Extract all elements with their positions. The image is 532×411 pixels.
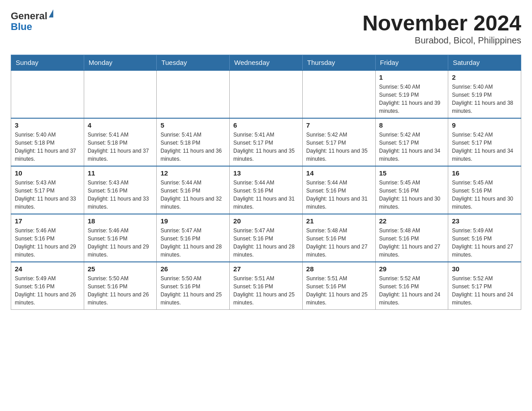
day-number: 3 [15,121,80,129]
calendar-day-header: Thursday [302,55,375,71]
logo-triangle-icon [49,9,53,17]
day-info: Sunrise: 5:43 AM Sunset: 5:16 PM Dayligh… [88,179,153,211]
month-title: November 2024 [362,11,521,35]
day-number: 27 [233,265,299,273]
calendar-day-header: Sunday [11,55,84,71]
day-number: 21 [306,217,372,225]
day-number: 6 [233,121,299,129]
day-info: Sunrise: 5:51 AM Sunset: 5:16 PM Dayligh… [233,274,299,307]
day-number: 12 [160,169,226,177]
calendar-day-cell: 10Sunrise: 5:43 AM Sunset: 5:17 PM Dayli… [11,166,84,214]
day-info: Sunrise: 5:43 AM Sunset: 5:17 PM Dayligh… [15,179,80,211]
calendar-day-cell: 29Sunrise: 5:52 AM Sunset: 5:16 PM Dayli… [375,262,448,310]
day-info: Sunrise: 5:49 AM Sunset: 5:16 PM Dayligh… [452,227,517,259]
day-number: 7 [306,121,372,129]
day-number: 22 [379,217,445,225]
day-info: Sunrise: 5:49 AM Sunset: 5:16 PM Dayligh… [15,274,80,307]
day-info: Sunrise: 5:50 AM Sunset: 5:16 PM Dayligh… [160,274,226,307]
day-number: 25 [88,265,153,273]
day-number: 4 [88,121,153,129]
calendar-table: SundayMondayTuesdayWednesdayThursdayFrid… [11,55,521,310]
day-number: 14 [306,169,372,177]
calendar-day-cell: 15Sunrise: 5:45 AM Sunset: 5:16 PM Dayli… [375,166,448,214]
calendar-day-cell: 14Sunrise: 5:44 AM Sunset: 5:16 PM Dayli… [302,166,375,214]
calendar-week-row: 3Sunrise: 5:40 AM Sunset: 5:18 PM Daylig… [11,118,521,166]
calendar-day-header: Saturday [448,55,521,71]
day-info: Sunrise: 5:47 AM Sunset: 5:16 PM Dayligh… [160,227,226,259]
calendar-day-cell: 19Sunrise: 5:47 AM Sunset: 5:16 PM Dayli… [157,214,230,262]
calendar-day-cell: 17Sunrise: 5:46 AM Sunset: 5:16 PM Dayli… [11,214,84,262]
day-info: Sunrise: 5:51 AM Sunset: 5:16 PM Dayligh… [306,274,372,307]
day-info: Sunrise: 5:46 AM Sunset: 5:16 PM Dayligh… [88,227,153,259]
location-title: Burabod, Bicol, Philippines [362,35,521,46]
day-number: 24 [15,265,80,273]
day-number: 2 [452,73,517,81]
calendar-day-cell: 20Sunrise: 5:47 AM Sunset: 5:16 PM Dayli… [230,214,303,262]
day-number: 13 [233,169,299,177]
calendar-day-cell [230,70,303,118]
day-number: 10 [15,169,80,177]
calendar-day-cell: 13Sunrise: 5:44 AM Sunset: 5:16 PM Dayli… [230,166,303,214]
calendar-day-cell: 7Sunrise: 5:42 AM Sunset: 5:17 PM Daylig… [302,118,375,166]
day-number: 30 [452,265,517,273]
day-info: Sunrise: 5:41 AM Sunset: 5:17 PM Dayligh… [233,131,299,163]
day-number: 11 [88,169,153,177]
day-info: Sunrise: 5:42 AM Sunset: 5:17 PM Dayligh… [306,131,372,163]
calendar-day-cell: 2Sunrise: 5:40 AM Sunset: 5:19 PM Daylig… [448,70,521,118]
calendar-day-cell: 30Sunrise: 5:52 AM Sunset: 5:17 PM Dayli… [448,262,521,310]
calendar-day-cell: 12Sunrise: 5:44 AM Sunset: 5:16 PM Dayli… [157,166,230,214]
day-info: Sunrise: 5:44 AM Sunset: 5:16 PM Dayligh… [160,179,226,211]
calendar-week-row: 1Sunrise: 5:40 AM Sunset: 5:19 PM Daylig… [11,70,521,118]
day-number: 17 [15,217,80,225]
day-info: Sunrise: 5:40 AM Sunset: 5:19 PM Dayligh… [379,83,445,115]
calendar-day-header: Tuesday [157,55,230,71]
day-number: 18 [88,217,153,225]
calendar-day-cell: 16Sunrise: 5:45 AM Sunset: 5:16 PM Dayli… [448,166,521,214]
calendar-day-cell: 8Sunrise: 5:42 AM Sunset: 5:17 PM Daylig… [375,118,448,166]
calendar-day-header: Monday [84,55,157,71]
calendar-day-cell: 24Sunrise: 5:49 AM Sunset: 5:16 PM Dayli… [11,262,84,310]
day-info: Sunrise: 5:47 AM Sunset: 5:16 PM Dayligh… [233,227,299,259]
day-number: 28 [306,265,372,273]
calendar-day-cell: 28Sunrise: 5:51 AM Sunset: 5:16 PM Dayli… [302,262,375,310]
calendar-day-cell [11,70,84,118]
calendar-day-cell: 21Sunrise: 5:48 AM Sunset: 5:16 PM Dayli… [302,214,375,262]
page-header: General Blue November 2024 Burabod, Bico… [11,11,521,46]
day-number: 29 [379,265,445,273]
day-number: 26 [160,265,226,273]
day-number: 15 [379,169,445,177]
day-info: Sunrise: 5:40 AM Sunset: 5:18 PM Dayligh… [15,131,80,163]
calendar-header-row: SundayMondayTuesdayWednesdayThursdayFrid… [11,55,521,71]
calendar-day-cell: 6Sunrise: 5:41 AM Sunset: 5:17 PM Daylig… [230,118,303,166]
calendar-day-cell: 23Sunrise: 5:49 AM Sunset: 5:16 PM Dayli… [448,214,521,262]
day-number: 20 [233,217,299,225]
day-info: Sunrise: 5:42 AM Sunset: 5:17 PM Dayligh… [452,131,517,163]
logo: General Blue [11,11,53,32]
day-number: 19 [160,217,226,225]
day-info: Sunrise: 5:40 AM Sunset: 5:19 PM Dayligh… [452,83,517,115]
day-info: Sunrise: 5:46 AM Sunset: 5:16 PM Dayligh… [15,227,80,259]
day-number: 8 [379,121,445,129]
day-info: Sunrise: 5:48 AM Sunset: 5:16 PM Dayligh… [306,227,372,259]
calendar-week-row: 24Sunrise: 5:49 AM Sunset: 5:16 PM Dayli… [11,262,521,310]
calendar-week-row: 17Sunrise: 5:46 AM Sunset: 5:16 PM Dayli… [11,214,521,262]
calendar-day-cell: 22Sunrise: 5:48 AM Sunset: 5:16 PM Dayli… [375,214,448,262]
calendar-day-cell: 5Sunrise: 5:41 AM Sunset: 5:18 PM Daylig… [157,118,230,166]
logo-general-text: General [11,11,47,21]
day-info: Sunrise: 5:42 AM Sunset: 5:17 PM Dayligh… [379,131,445,163]
day-info: Sunrise: 5:41 AM Sunset: 5:18 PM Dayligh… [160,131,226,163]
calendar-day-cell: 9Sunrise: 5:42 AM Sunset: 5:17 PM Daylig… [448,118,521,166]
day-info: Sunrise: 5:52 AM Sunset: 5:17 PM Dayligh… [452,274,517,307]
calendar-day-cell: 1Sunrise: 5:40 AM Sunset: 5:19 PM Daylig… [375,70,448,118]
calendar-day-cell [157,70,230,118]
calendar-week-row: 10Sunrise: 5:43 AM Sunset: 5:17 PM Dayli… [11,166,521,214]
calendar-day-cell: 3Sunrise: 5:40 AM Sunset: 5:18 PM Daylig… [11,118,84,166]
day-info: Sunrise: 5:41 AM Sunset: 5:18 PM Dayligh… [88,131,153,163]
calendar-day-cell: 18Sunrise: 5:46 AM Sunset: 5:16 PM Dayli… [84,214,157,262]
day-info: Sunrise: 5:45 AM Sunset: 5:16 PM Dayligh… [379,179,445,211]
day-info: Sunrise: 5:50 AM Sunset: 5:16 PM Dayligh… [88,274,153,307]
day-info: Sunrise: 5:48 AM Sunset: 5:16 PM Dayligh… [379,227,445,259]
calendar-day-header: Wednesday [230,55,303,71]
logo-blue-text: Blue [11,21,32,32]
day-number: 16 [452,169,517,177]
